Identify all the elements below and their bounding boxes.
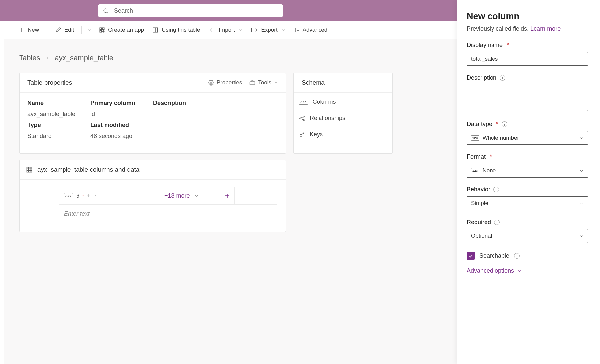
display-name-label: Display name bbox=[467, 42, 503, 49]
description-input[interactable] bbox=[467, 85, 588, 111]
behavior-select[interactable]: Simple bbox=[467, 196, 588, 210]
create-an-app-button[interactable]: Create an app bbox=[96, 25, 147, 35]
grid-icon bbox=[26, 166, 33, 173]
svg-point-20 bbox=[210, 82, 212, 84]
required-star: * bbox=[496, 121, 498, 128]
chevron-down-icon bbox=[43, 28, 47, 32]
toolbox-icon bbox=[249, 80, 255, 85]
learn-more-link[interactable]: Learn more bbox=[530, 25, 561, 32]
search-input[interactable] bbox=[113, 7, 279, 15]
breadcrumb-root[interactable]: Tables bbox=[19, 54, 40, 62]
tools-button[interactable]: Tools bbox=[249, 79, 278, 86]
data-type-select[interactable]: 123 Whole number bbox=[467, 131, 588, 145]
export-button[interactable]: Export bbox=[248, 25, 288, 35]
edit-button[interactable]: Edit bbox=[52, 25, 77, 35]
chevron-down-icon bbox=[93, 194, 97, 198]
breadcrumb-current: ayx_sample_table bbox=[55, 54, 113, 62]
searchable-label: Searchable bbox=[479, 252, 509, 259]
left-strip bbox=[0, 0, 4, 364]
required-star: * bbox=[82, 193, 84, 199]
key-icon bbox=[299, 132, 305, 138]
create-an-app-label: Create an app bbox=[108, 27, 144, 33]
add-column-button[interactable] bbox=[220, 187, 235, 204]
label-primary-column: Primary column bbox=[90, 100, 153, 107]
column-header-id[interactable]: Abc id * bbox=[59, 187, 158, 204]
value-primary-column: id bbox=[90, 111, 153, 118]
value-type: Standard bbox=[27, 133, 90, 140]
behavior-label: Behavior bbox=[467, 186, 490, 193]
svg-rect-31 bbox=[27, 167, 32, 172]
panel-title: New column bbox=[467, 11, 588, 21]
number-type-icon: 123 bbox=[471, 135, 479, 141]
label-description: Description bbox=[153, 100, 278, 107]
card-title: Schema bbox=[302, 79, 325, 86]
svg-line-1 bbox=[107, 12, 108, 13]
format-select[interactable]: 123 None bbox=[467, 164, 588, 178]
table-properties-card: Table properties Properties bbox=[19, 73, 286, 154]
new-button[interactable]: New bbox=[16, 25, 50, 35]
schema-item-columns[interactable]: Abc Columns bbox=[299, 99, 387, 105]
more-columns-cell[interactable]: +18 more bbox=[158, 187, 220, 204]
svg-line-27 bbox=[301, 118, 303, 120]
svg-point-17 bbox=[295, 29, 296, 30]
advanced-label: Advanced bbox=[303, 27, 328, 33]
new-label: New bbox=[28, 27, 39, 33]
format-label: Format bbox=[467, 153, 486, 160]
abc-badge-icon: Abc bbox=[299, 100, 308, 105]
display-name-input[interactable] bbox=[467, 52, 588, 66]
export-icon bbox=[251, 28, 258, 32]
svg-line-26 bbox=[301, 117, 303, 118]
svg-point-19 bbox=[297, 30, 298, 31]
row-entry-cell[interactable]: Enter text bbox=[59, 205, 158, 223]
schema-item-relationships[interactable]: Relationships bbox=[299, 115, 387, 122]
required-star: * bbox=[490, 153, 492, 160]
info-icon: i bbox=[514, 253, 520, 259]
data-type-value: Whole number bbox=[483, 135, 519, 141]
schema-item-label: Relationships bbox=[310, 115, 345, 122]
svg-line-30 bbox=[303, 133, 304, 134]
import-label: Import bbox=[219, 27, 235, 33]
panel-subtitle: Previously called fields. Learn more bbox=[467, 25, 588, 32]
using-this-table-label: Using this table bbox=[162, 27, 200, 33]
sliders-icon bbox=[294, 27, 299, 33]
new-column-panel: New column Previously called fields. Lea… bbox=[457, 0, 600, 364]
schema-item-label: Columns bbox=[313, 99, 336, 105]
card-title: ayx_sample_table columns and data bbox=[37, 166, 139, 173]
number-type-icon: 123 bbox=[471, 168, 479, 173]
app-grid-icon bbox=[99, 27, 105, 33]
chevron-down-icon bbox=[579, 169, 584, 173]
advanced-options-toggle[interactable]: Advanced options bbox=[467, 267, 588, 274]
svg-rect-5 bbox=[103, 28, 104, 29]
label-type: Type bbox=[27, 122, 90, 129]
column-name: id bbox=[76, 193, 80, 199]
abc-badge-icon: Abc bbox=[64, 193, 73, 198]
chevron-down-icon[interactable] bbox=[86, 26, 94, 34]
chevron-down-icon bbox=[281, 28, 285, 32]
card-title: Table properties bbox=[27, 79, 72, 86]
import-button[interactable]: Import bbox=[205, 25, 246, 35]
global-search[interactable] bbox=[98, 4, 283, 17]
chevron-down-icon bbox=[238, 28, 242, 32]
format-value: None bbox=[483, 167, 496, 174]
value-last-modified: 48 seconds ago bbox=[90, 133, 153, 140]
advanced-button[interactable]: Advanced bbox=[291, 25, 331, 35]
pencil-icon bbox=[56, 27, 61, 33]
description-label: Description bbox=[467, 74, 496, 81]
chevron-down-icon bbox=[274, 81, 278, 85]
svg-point-0 bbox=[104, 9, 107, 12]
required-select[interactable]: Optional bbox=[467, 229, 588, 243]
searchable-checkbox[interactable] bbox=[467, 252, 475, 260]
columns-data-card: ayx_sample_table columns and data Abc id… bbox=[19, 160, 286, 232]
export-label: Export bbox=[261, 27, 277, 33]
import-icon bbox=[209, 28, 215, 32]
svg-rect-4 bbox=[100, 28, 102, 29]
separator bbox=[81, 26, 82, 34]
required-label: Required bbox=[467, 219, 491, 226]
properties-button[interactable]: Properties bbox=[208, 79, 242, 86]
schema-item-keys[interactable]: Keys bbox=[299, 131, 387, 138]
properties-label: Properties bbox=[217, 79, 242, 86]
using-this-table-button[interactable]: Using this table bbox=[149, 25, 203, 35]
svg-point-28 bbox=[300, 134, 302, 136]
relationship-icon bbox=[299, 115, 305, 121]
value-name: ayx_sample_table bbox=[27, 111, 90, 118]
